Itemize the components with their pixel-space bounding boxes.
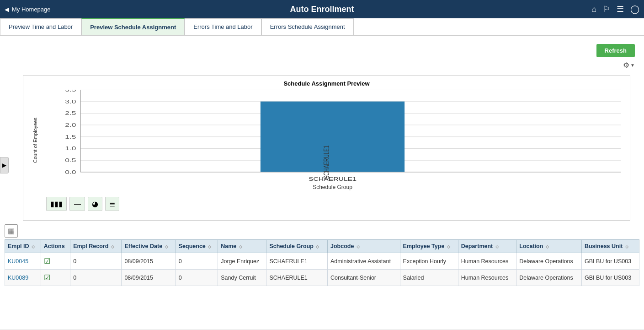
table-row: KU0089 ☑ 0 08/09/2015 0 Sandy Cerruit SC… [5, 270, 639, 286]
cell-jobcode-1: Consultant-Senior [327, 270, 400, 286]
col-empl-record[interactable]: Empl Record ◇ [70, 240, 122, 253]
sort-icon-schedule-group: ◇ [316, 244, 319, 249]
chart-inner: 3.5 3.0 2.5 2.0 1.5 1.0 0.5 0.0 [44, 90, 621, 190]
chart-body: Count of Employees 3.5 3.0 2.5 2.0 1.5 1… [32, 90, 621, 190]
svg-text:1.5: 1.5 [65, 134, 76, 140]
cell-effective-date-0: 08/09/2015 [122, 253, 176, 270]
chart-title: Schedule Assignment Preview [32, 80, 621, 87]
cell-employee-type-0: Exception Hourly [400, 253, 458, 270]
pie-chart-button[interactable]: ◕ [88, 197, 102, 211]
tabs-bar: Preview Time and Labor Preview Schedule … [0, 18, 644, 36]
cell-sequence-0: 0 [176, 253, 218, 270]
cell-name-1: Sandy Cerruit [218, 270, 266, 286]
cell-schedule-group-0: SCHAERULE1 [266, 253, 328, 270]
grid-view-button[interactable]: ▦ [5, 224, 18, 238]
table-chart-icon: ≣ [109, 200, 115, 208]
top-nav: ◀ My Homepage Auto Enrollment ⌂ ⚐ ☰ ◯ [0, 0, 644, 18]
chart-container: Schedule Assignment Preview Count of Emp… [23, 75, 630, 221]
cell-department-0: Human Resources [458, 253, 516, 270]
sort-icon-sequence: ◇ [208, 244, 211, 249]
action-icon-0[interactable]: ☑ [44, 257, 50, 265]
col-department[interactable]: Department ◇ [458, 240, 516, 253]
settings-row: ⚙ ▼ [5, 59, 639, 71]
bar-chart-button[interactable]: ▮▮▮ [46, 197, 67, 211]
tab-errors-time-labor[interactable]: Errors Time and Labor [185, 18, 261, 35]
sort-icon-department: ◇ [495, 244, 499, 249]
cell-business-unit-0: GBI BU for US003 [581, 253, 639, 270]
svg-text:0.5: 0.5 [65, 157, 76, 163]
svg-text:3.5: 3.5 [65, 90, 76, 92]
chart-svg: 3.5 3.0 2.5 2.0 1.5 1.0 0.5 0.0 [44, 90, 621, 181]
cell-empl-record-1: 0 [70, 270, 122, 286]
tab-errors-schedule-assignment[interactable]: Errors Schedule Assignment [261, 18, 354, 35]
flag-icon[interactable]: ⚐ [603, 4, 610, 14]
tab-preview-time-labor[interactable]: Preview Time and Labor [0, 18, 81, 35]
pie-chart-icon: ◕ [92, 200, 98, 208]
cell-location-0: Delaware Operations [516, 253, 582, 270]
cell-department-1: Human Resources [458, 270, 516, 286]
bar-schaerule1[interactable] [261, 102, 404, 172]
chart-icons-row: ▮▮▮ ⸻ ◕ ≣ [32, 197, 621, 211]
side-expand-button[interactable]: ▶ [0, 157, 9, 173]
svg-text:2.5: 2.5 [65, 111, 76, 116]
sort-icon-location: ◇ [546, 244, 549, 249]
bar-chart-icon: ▮▮▮ [50, 200, 63, 208]
sort-icon-employee-type: ◇ [447, 244, 450, 249]
table-chart-button[interactable]: ≣ [105, 197, 119, 211]
cell-actions-1[interactable]: ☑ [41, 270, 70, 286]
col-sequence[interactable]: Sequence ◇ [176, 240, 218, 253]
col-employee-type[interactable]: Employee Type ◇ [400, 240, 458, 253]
cell-schedule-group-1: SCHAERULE1 [266, 270, 328, 286]
refresh-button[interactable]: Refresh [596, 44, 635, 57]
cell-name-0: Jorge Enriquez [218, 253, 266, 270]
bar-x-label: SCHAERULE1 [322, 146, 330, 179]
tab-preview-schedule-assignment[interactable]: Preview Schedule Assignment [81, 18, 185, 35]
col-effective-date[interactable]: Effective Date ◇ [122, 240, 176, 253]
cell-actions-0[interactable]: ☑ [41, 253, 70, 270]
cell-empl-id-0[interactable]: KU0045 [5, 253, 41, 270]
cell-sequence-1: 0 [176, 270, 218, 286]
chart-y-label: Count of Employees [32, 90, 42, 190]
profile-icon[interactable]: ◯ [630, 4, 639, 14]
sort-icon-business-unit: ◇ [625, 244, 628, 249]
data-table: Empl ID ◇ Actions Empl Record ◇ Effectiv… [5, 239, 639, 286]
gear-icon: ⚙ [623, 61, 629, 70]
svg-text:3.0: 3.0 [65, 99, 76, 104]
back-arrow-icon: ◀ [5, 6, 9, 13]
svg-text:0.0: 0.0 [65, 169, 76, 175]
cell-location-1: Delaware Operations [516, 270, 582, 286]
sort-icon-effective-date: ◇ [165, 244, 168, 249]
back-button[interactable]: ◀ My Homepage [5, 6, 51, 13]
svg-text:1.0: 1.0 [65, 146, 76, 151]
svg-text:2.0: 2.0 [65, 122, 76, 128]
settings-gear-button[interactable]: ⚙ ▼ [623, 61, 635, 70]
grid-icon: ▦ [8, 227, 15, 235]
col-business-unit[interactable]: Business Unit ◇ [581, 240, 639, 253]
sort-icon-jobcode: ◇ [357, 244, 360, 249]
col-empl-id[interactable]: Empl ID ◇ [5, 240, 41, 253]
chart-x-label: Schedule Group [44, 184, 621, 190]
col-jobcode[interactable]: Jobcode ◇ [327, 240, 400, 253]
cell-jobcode-0: Administrative Assistant [327, 253, 400, 270]
sort-icon-empl-id: ◇ [32, 244, 35, 249]
cell-business-unit-1: GBI BU for US003 [581, 270, 639, 286]
table-header-row: Empl ID ◇ Actions Empl Record ◇ Effectiv… [5, 240, 639, 253]
col-name[interactable]: Name ◇ [218, 240, 266, 253]
menu-icon[interactable]: ☰ [617, 4, 624, 14]
col-location[interactable]: Location ◇ [516, 240, 582, 253]
cell-empl-id-1[interactable]: KU0089 [5, 270, 41, 286]
home-icon[interactable]: ⌂ [591, 5, 596, 14]
line-chart-button[interactable]: ⸻ [69, 197, 85, 211]
line-chart-icon: ⸻ [74, 200, 81, 208]
cell-employee-type-1: Salaried [400, 270, 458, 286]
svg-text:SCHAERULE1: SCHAERULE1 [309, 177, 357, 181]
col-actions: Actions [41, 240, 70, 253]
cell-empl-record-0: 0 [70, 253, 122, 270]
page-title: Auto Enrollment [290, 5, 354, 14]
action-icon-1[interactable]: ☑ [44, 274, 50, 281]
col-schedule-group[interactable]: Schedule Group ◇ [266, 240, 328, 253]
back-label: My Homepage [12, 6, 51, 13]
cell-effective-date-1: 08/09/2015 [122, 270, 176, 286]
sort-icon-name: ◇ [239, 244, 242, 249]
toolbar-row: Refresh [5, 40, 639, 59]
